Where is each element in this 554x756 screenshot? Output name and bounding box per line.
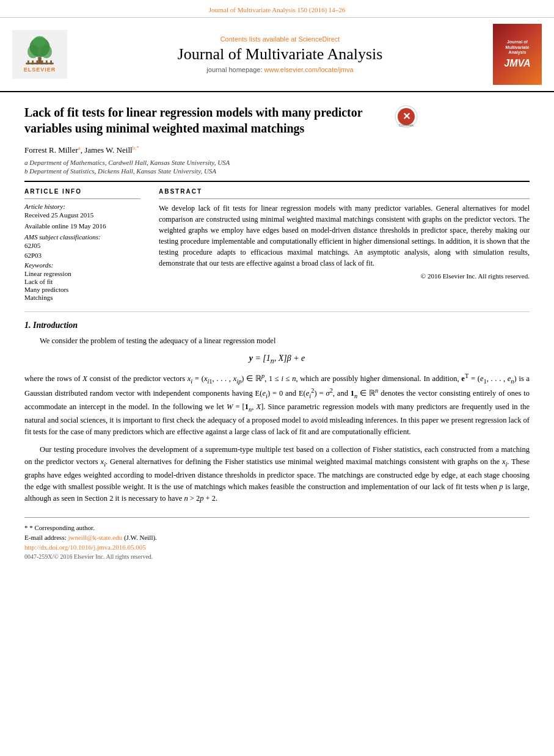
journal-thumbnail: Journal ofMultivariateAnalysis JMVA [493,24,542,85]
received-date: Received 25 August 2015 [24,211,140,219]
header-divider [24,181,530,182]
abstract-divider [159,198,530,199]
svg-rect-7 [32,60,34,64]
section-divider [24,311,530,312]
available-date: Available online 19 May 2016 [24,222,140,230]
journal-homepage-line: journal homepage: www.elsevier.com/locat… [73,66,487,73]
article-title: Lack of fit tests for linear regression … [24,104,379,136]
keyword-3: Many predictors [24,286,140,293]
main-equation: y = [1n, X]β + e [24,354,530,365]
sciencedirect-link[interactable]: ScienceDirect [298,35,340,43]
footnotes-section: * * Corresponding author. E-mail address… [24,517,530,560]
svg-text:✕: ✕ [403,111,410,122]
abstract-column: ABSTRACT We develop lack of fit tests fo… [159,188,530,302]
journal-title: Journal of Multivariate Analysis [73,45,487,64]
ams-code-1: 62J05 [24,242,140,249]
article-info-column: ARTICLE INFO Article history: Received 2… [24,188,140,302]
journal-reference-bar: Journal of Multivariate Analysis 150 (20… [0,0,554,18]
ams-label: AMS subject classifications: [24,233,140,241]
svg-rect-9 [42,60,43,64]
svg-point-3 [41,45,52,59]
title-row: Lack of fit tests for linear regression … [24,104,530,136]
info-divider [24,198,140,199]
info-abstract-section: ARTICLE INFO Article history: Received 2… [24,188,530,302]
corresponding-author-note: * * Corresponding author. [24,524,530,531]
doi-note: http://dx.doi.org/10.1016/j.jmva.2016.05… [24,543,530,551]
email-note: E-mail address: jwneill@k-state.edu (J.W… [24,534,530,541]
svg-rect-10 [46,60,48,64]
keyword-4: Matchings [24,294,140,301]
svg-rect-5 [26,63,53,65]
journal-header-center: Contents lists available at ScienceDirec… [73,35,487,73]
affiliation-a: a Department of Mathematics, Cardwell Ha… [24,159,530,166]
article-body: Lack of fit tests for linear regression … [0,92,554,575]
journal-ref-link[interactable]: Journal of Multivariate Analysis 150 (20… [209,6,346,13]
svg-point-4 [33,36,46,47]
email-link[interactable]: jwneill@k-state.edu [68,534,122,541]
intro-para-3: Our testing procedure involves the devel… [24,444,530,504]
svg-rect-11 [50,60,52,64]
copyright-line: © 2016 Elsevier Inc. All rights reserved… [159,272,530,280]
svg-rect-8 [37,60,38,64]
affiliation-b: b Department of Statistics, Dickens Hall… [24,167,530,175]
keyword-1: Linear regression [24,270,140,277]
svg-point-2 [27,45,38,59]
journal-header: ELSEVIER Contents lists available at Sci… [0,18,554,92]
intro-para-1: We consider the problem of testing the a… [24,335,530,347]
elsevier-wordmark: ELSEVIER [24,67,56,73]
homepage-url[interactable]: www.elsevier.com/locate/jmva [264,66,354,73]
issn-note: 0047-259X/© 2016 Elsevier Inc. All right… [24,553,530,560]
abstract-title: ABSTRACT [159,188,530,195]
keywords-label: Keywords: [24,261,140,269]
doi-link[interactable]: http://dx.doi.org/10.1016/j.jmva.2016.05… [24,543,146,551]
article-info-title: ARTICLE INFO [24,188,140,195]
history-label: Article history: [24,203,140,210]
keywords-list: Linear regression Lack of fit Many predi… [24,270,140,301]
ams-code-2: 62P03 [24,252,140,259]
svg-text:CrossMark: CrossMark [399,123,414,127]
svg-rect-6 [27,60,29,64]
contents-available-line: Contents lists available at ScienceDirec… [73,35,487,43]
keyword-2: Lack of fit [24,278,140,285]
abstract-text: We develop lack of fit tests for linear … [159,203,530,269]
publisher-logo: ELSEVIER [12,30,67,79]
introduction-heading: 1. Introduction [24,321,530,330]
intro-para-2: where the rows of X consist of the predi… [24,371,530,438]
crossmark-area: ✕ CrossMark [391,104,421,129]
authors-line: Forrest R. Millera, James W. Neillb,* [24,145,530,155]
elsevier-tree-icon [21,36,58,67]
crossmark-icon: ✕ CrossMark [394,104,418,129]
